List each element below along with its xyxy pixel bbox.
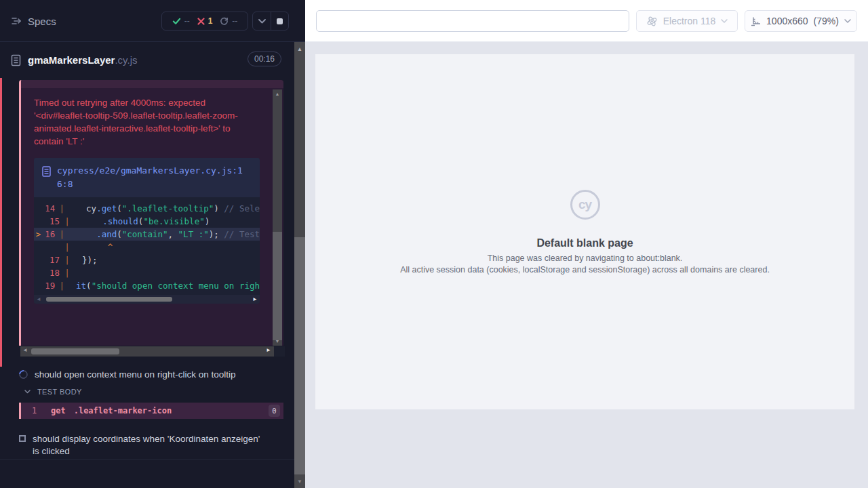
viewport-scale: (79%) xyxy=(814,16,839,26)
pending-test-title: should display coordinates when 'Koordin… xyxy=(33,433,267,458)
scroll-right-icon[interactable] xyxy=(266,347,271,353)
browser-label: Electron 118 xyxy=(663,16,716,26)
code-line: | ^ xyxy=(34,241,260,253)
runner-stage: cy Default blank page This page was clea… xyxy=(305,42,868,488)
viewport-size: 1000x660 xyxy=(766,16,808,26)
scroll-down-icon[interactable] xyxy=(273,339,282,344)
code-file-icon xyxy=(42,166,51,177)
reporter-divider xyxy=(0,459,294,460)
test-body-section[interactable]: TEST BODY xyxy=(24,388,82,396)
ruler-icon xyxy=(751,16,761,26)
blank-page-line1: This page was cleared by navigating to a… xyxy=(315,253,854,263)
running-test-row[interactable]: should open context menu on right-click … xyxy=(19,369,235,380)
cypress-logo-icon: cy xyxy=(570,190,600,220)
command-log-row[interactable]: 1 get .leaflet-marker-icon 0 xyxy=(19,403,283,419)
pending-test-row[interactable]: should display coordinates when 'Koordin… xyxy=(19,433,267,458)
code-line: 17| }); xyxy=(34,253,260,266)
stat-passed: -- xyxy=(172,16,190,26)
running-spinner-icon xyxy=(17,368,29,380)
failed-count: 1 xyxy=(208,16,213,26)
code-frame-file-path: cypress/e2e/gmaMarkersLayer.cy.js:16:8 xyxy=(57,164,252,191)
scroll-right-icon[interactable] xyxy=(252,295,258,304)
scroll-up-icon[interactable] xyxy=(294,46,305,52)
code-lines: 14| cy.get(".leaflet-tooltip") // Sele 1… xyxy=(34,197,260,295)
cypress-app: Specs -- 1 xyxy=(0,0,868,488)
command-count-badge: 0 xyxy=(269,405,280,417)
error-message: Timed out retrying after 4000ms: expecte… xyxy=(34,96,256,148)
reporter-vscroll-thumb[interactable] xyxy=(294,237,305,474)
cypress-logo-text: cy xyxy=(578,197,591,212)
blank-page-line2: All active session data (cookies, localS… xyxy=(315,265,854,274)
specs-list-toggle[interactable]: Specs xyxy=(11,14,42,28)
reporter-header: Specs -- 1 xyxy=(0,0,305,42)
command-message: .leaflet-marker-icon xyxy=(74,406,172,415)
spec-file-row[interactable]: gmaMarkersLayer.cy.js 00:16 xyxy=(0,42,305,78)
test-body-label: TEST BODY xyxy=(37,388,82,396)
failed-test-edge xyxy=(0,78,2,367)
electron-icon xyxy=(646,16,658,27)
code-horizontal-scrollbar[interactable] xyxy=(34,295,260,304)
spec-timer-badge: 00:16 xyxy=(248,52,281,66)
blank-page-message: cy Default blank page This page was clea… xyxy=(315,190,854,274)
error-vertical-scrollbar[interactable] xyxy=(273,89,282,346)
scroll-left-icon[interactable] xyxy=(22,347,28,353)
spec-file-extension: .cy.js xyxy=(115,54,137,66)
blank-page-title: Default blank page xyxy=(315,237,854,249)
restart-icon xyxy=(220,17,229,26)
scroll-up-icon[interactable] xyxy=(273,92,282,96)
specs-title: Specs xyxy=(28,16,56,27)
code-hscroll-thumb[interactable] xyxy=(46,297,172,302)
stat-failed: 1 xyxy=(197,16,213,26)
check-icon xyxy=(172,17,181,25)
url-input[interactable] xyxy=(316,10,629,32)
chevron-down-icon xyxy=(24,390,31,394)
code-line: 19| it("should open context menu on righ xyxy=(34,279,260,292)
stop-run-button[interactable] xyxy=(271,12,288,30)
stop-icon xyxy=(277,18,283,24)
aut-iframe: cy Default blank page This page was clea… xyxy=(315,54,854,409)
reporter-horizontal-scrollbar[interactable] xyxy=(20,346,285,357)
error-code-frame: cypress/e2e/gmaMarkersLayer.cy.js:16:8 1… xyxy=(34,158,260,304)
spec-file-icon xyxy=(11,54,21,66)
test-error-region: Timed out retrying after 4000ms: expecte… xyxy=(19,80,283,346)
run-controls xyxy=(252,12,289,30)
spec-file-name: gmaMarkersLayer xyxy=(28,54,115,66)
restarted-count: -- xyxy=(232,16,237,26)
collapse-all-button[interactable] xyxy=(253,12,271,30)
error-vscroll-thumb[interactable] xyxy=(273,232,282,340)
running-test-title: should open context menu on right-click … xyxy=(35,369,235,380)
runner-header: Electron 118 1000x660 (79%) xyxy=(305,0,868,42)
pending-test-icon xyxy=(19,435,26,442)
code-line: 15| .should("be.visible") xyxy=(34,215,260,228)
x-icon xyxy=(197,18,205,25)
specs-menu-icon xyxy=(11,16,22,26)
scroll-left-icon[interactable] xyxy=(36,295,41,304)
chevron-down-icon xyxy=(721,19,728,23)
code-line: 18| xyxy=(34,266,260,279)
command-number: 1 xyxy=(32,406,44,415)
passed-count: -- xyxy=(184,16,190,26)
reporter-hscroll-thumb[interactable] xyxy=(31,348,119,354)
scrollbar-corner xyxy=(274,346,285,357)
chevron-down-icon xyxy=(258,19,266,24)
reporter-vertical-scrollbar[interactable] xyxy=(294,42,305,488)
browser-selector-button[interactable]: Electron 118 xyxy=(636,10,738,32)
code-line: 14| cy.get(".leaflet-tooltip") // Sele xyxy=(34,202,260,215)
scroll-down-icon[interactable] xyxy=(294,479,305,485)
chevron-down-icon xyxy=(844,19,851,23)
runner-panel: Electron 118 1000x660 (79%) xyxy=(305,0,868,488)
command-method: get xyxy=(51,406,66,415)
test-stats: -- 1 -- xyxy=(161,12,248,30)
code-frame-file-link[interactable]: cypress/e2e/gmaMarkersLayer.cy.js:16:8 xyxy=(34,158,260,197)
stat-restarted: -- xyxy=(220,16,237,26)
viewport-selector-button[interactable]: 1000x660 (79%) xyxy=(745,10,857,32)
attempt-header-band xyxy=(21,80,283,88)
reporter-panel: Specs -- 1 xyxy=(0,0,305,488)
code-line: >16| .and("contain", "LT :"); // Test xyxy=(34,228,260,241)
